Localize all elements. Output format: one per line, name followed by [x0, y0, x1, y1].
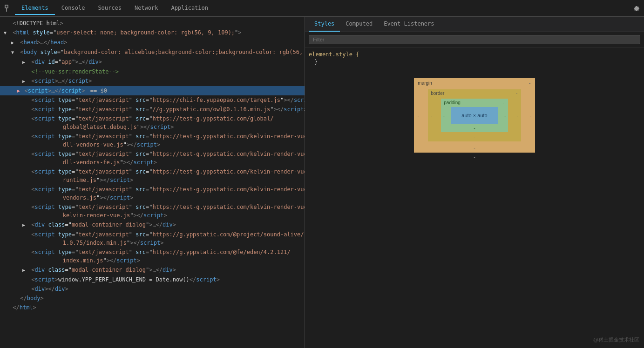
styles-panel: Styles Computed Event Listeners element.…	[305, 17, 644, 348]
filter-input[interactable]	[309, 35, 640, 44]
margin-box: margin - - - - border - -	[414, 78, 535, 153]
arrow-collapsed[interactable]	[22, 77, 28, 86]
box-bottom-dash: -	[414, 154, 535, 160]
tab-sources[interactable]: Sources	[91, 2, 128, 15]
dom-line-doctype: <!DOCTYPE html>	[0, 19, 305, 28]
tab-event-listeners[interactable]: Event Listeners	[378, 17, 440, 32]
devtools-toolbar: Elements Console Sources Network Applica…	[0, 0, 644, 17]
style-close-brace: }	[309, 59, 640, 65]
main-layout: <!DOCTYPE html> <html style="user-select…	[0, 17, 644, 348]
padding-bottom-val: -	[473, 126, 476, 131]
dom-line-vendors-vue[interactable]: <script type="text/javascript" src="http…	[0, 132, 305, 149]
arrow-collapsed[interactable]	[11, 39, 17, 47]
tab-styles[interactable]: Styles	[309, 17, 340, 32]
filter-bar	[305, 32, 644, 47]
margin-bottom-val: -	[473, 145, 476, 150]
dom-line-sound-alive[interactable]: <script type="text/javascript" src="http…	[0, 230, 305, 248]
arrow-collapsed[interactable]	[22, 58, 28, 67]
padding-box: padding - - - - auto × auto	[441, 99, 508, 132]
border-label: border	[431, 91, 444, 96]
styles-tabs: Styles Computed Event Listeners	[305, 17, 644, 32]
border-right-val: -	[516, 113, 519, 118]
padding-right-val: -	[504, 113, 507, 118]
dom-line-script2-selected[interactable]: ▶ <script>…</script> == $0	[0, 86, 305, 95]
tab-application[interactable]: Application	[165, 2, 215, 15]
dom-line-script1[interactable]: <script>…</script>	[0, 76, 305, 86]
box-model: margin - - - - border - -	[414, 78, 535, 160]
dom-line-html[interactable]: <html style="user-select: none; backgrou…	[0, 28, 305, 38]
settings-icon[interactable]	[633, 4, 640, 13]
arrow-collapsed[interactable]	[22, 221, 28, 229]
tab-network[interactable]: Network	[128, 2, 165, 15]
padding-label: padding	[444, 100, 461, 105]
border-top-indicator: -	[515, 91, 518, 96]
margin-left-val: -	[417, 113, 420, 118]
dom-line-global-debug[interactable]: <script type="text/javascript" src="http…	[0, 114, 305, 132]
margin-label: margin	[418, 80, 432, 86]
box-model-container: margin - - - - border - -	[309, 69, 640, 169]
dom-tree-panel[interactable]: <!DOCTYPE html> <html style="user-select…	[0, 17, 305, 348]
dom-line-modal-dialog1[interactable]: <div class="modal-container dialog">…</d…	[0, 220, 305, 230]
arrow-collapsed[interactable]	[22, 266, 28, 274]
margin-top-indicator: -	[529, 80, 531, 86]
border-bottom-val: -	[473, 135, 476, 140]
dom-line-kelvin-vue[interactable]: <script type="text/javascript" src="http…	[0, 202, 305, 220]
dom-line-close-html: </html>	[0, 303, 305, 312]
content-box: auto × auto	[451, 107, 497, 124]
content-value: auto × auto	[461, 113, 487, 118]
margin-right-val: -	[529, 113, 532, 118]
dom-line-owl-js[interactable]: <script type="text/javascript" src="//g.…	[0, 105, 305, 114]
padding-left-val: -	[442, 113, 445, 118]
dom-line-ssr-comment: <!--vue-ssr:renderState-->	[0, 67, 305, 76]
styles-content: element.style { } margin - - - -	[305, 47, 644, 348]
dom-line-vendors-fe[interactable]: <script type="text/javascript" src="http…	[0, 149, 305, 167]
dom-line-empty-div[interactable]: <div></div>	[0, 284, 305, 294]
arrow-expanded[interactable]	[11, 48, 17, 57]
arrow-expanded[interactable]	[4, 29, 9, 37]
watermark: @稀土掘金技术社区	[593, 336, 639, 343]
svg-rect-0	[5, 5, 8, 8]
dom-line-runtime[interactable]: <script type="text/javascript" src="http…	[0, 167, 305, 185]
border-box: border - - - - padding -	[428, 89, 521, 141]
dom-line-perf[interactable]: <script>window.YPP_PERF_LAUNCH_END = Dat…	[0, 275, 305, 284]
tab-elements[interactable]: Elements	[15, 2, 55, 15]
dom-line-head[interactable]: <head>…</head>	[0, 38, 305, 47]
dom-line-body[interactable]: <body style="background-color: aliceblue…	[0, 47, 305, 57]
border-left-val: -	[430, 113, 433, 118]
style-selector: element.style {	[309, 51, 640, 58]
dom-line-div-app[interactable]: <div id="app">…</div>	[0, 57, 305, 67]
tab-console[interactable]: Console	[55, 2, 92, 15]
dom-line-close-body: </body>	[0, 294, 305, 303]
dom-line-eden[interactable]: <script type="text/javascript" src="http…	[0, 248, 305, 265]
inspect-icon[interactable]	[4, 4, 13, 13]
padding-top-indicator: -	[502, 100, 505, 105]
dom-line-target-js[interactable]: <script type="text/javascript" src="http…	[0, 95, 305, 105]
dom-line-vendors[interactable]: <script type="text/javascript" src="http…	[0, 185, 305, 202]
dom-line-modal-dialog2[interactable]: <div class="modal-container dialog">…</d…	[0, 265, 305, 275]
main-tab-nav: Elements Console Sources Network Applica…	[15, 2, 215, 15]
element-style-block: element.style { }	[309, 51, 640, 65]
tab-computed[interactable]: Computed	[340, 17, 378, 32]
